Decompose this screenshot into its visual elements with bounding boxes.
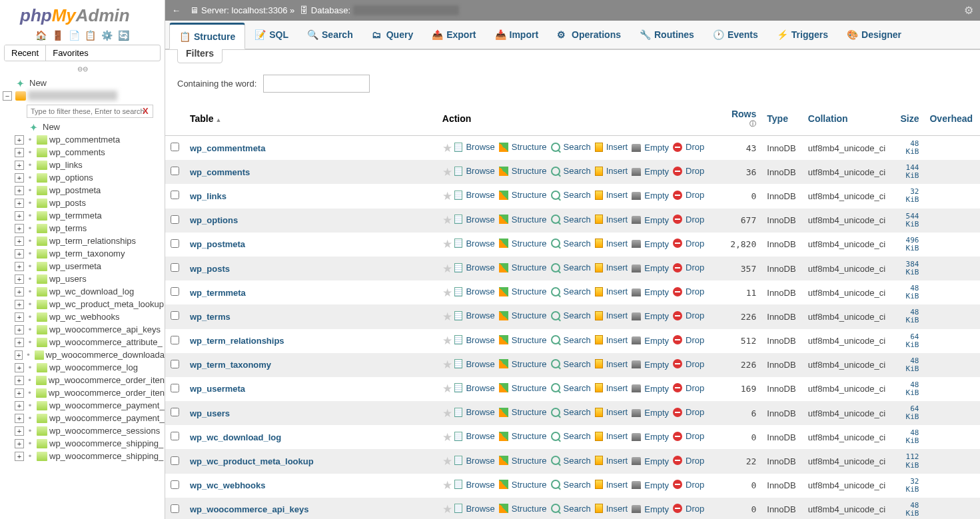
- tree-table-item[interactable]: +•wp_woocommerce_log: [3, 361, 165, 374]
- action-insert[interactable]: Insert: [595, 383, 628, 393]
- action-empty[interactable]: Empty: [632, 384, 669, 394]
- tree-table-item[interactable]: +•wp_woocommerce_order_iten: [3, 386, 165, 399]
- tab-routines[interactable]: 🔧Routines: [630, 21, 704, 49]
- reload-icon[interactable]: 🔄: [118, 30, 129, 41]
- table-name-link[interactable]: wp_wc_download_log: [190, 432, 281, 442]
- action-structure[interactable]: Structure: [499, 407, 547, 417]
- home-icon[interactable]: 🏠: [35, 30, 47, 41]
- tree-toggle[interactable]: +: [15, 350, 23, 360]
- table-name-link[interactable]: wp_posts: [190, 264, 230, 274]
- action-browse[interactable]: Browse: [454, 456, 494, 466]
- tree-table-item[interactable]: +•wp_woocommerce_payment_: [3, 412, 165, 424]
- tree-toggle[interactable]: +: [15, 237, 24, 246]
- row-checkbox[interactable]: [171, 432, 179, 440]
- breadcrumb-server-value[interactable]: localhost:3306: [232, 5, 288, 15]
- action-drop[interactable]: Drop: [673, 383, 704, 393]
- tree-table-item[interactable]: +•wp_term_taxonomy: [3, 247, 165, 260]
- action-search[interactable]: Search: [551, 262, 591, 272]
- action-drop[interactable]: Drop: [673, 431, 704, 441]
- action-search[interactable]: Search: [551, 215, 591, 225]
- action-empty[interactable]: Empty: [632, 360, 669, 370]
- tree-toggle[interactable]: +: [15, 274, 24, 284]
- favorite-star-icon[interactable]: ★: [442, 382, 452, 395]
- tree-table-item[interactable]: +•wp_commentmeta: [3, 133, 165, 146]
- action-insert[interactable]: Insert: [595, 286, 628, 296]
- action-insert[interactable]: Insert: [595, 239, 628, 249]
- settings-gear-icon[interactable]: ⚙: [964, 4, 973, 17]
- row-checkbox[interactable]: [171, 311, 179, 320]
- filter-containing-input[interactable]: [263, 75, 370, 93]
- action-structure[interactable]: Structure: [499, 286, 547, 296]
- favorite-star-icon[interactable]: ★: [442, 166, 452, 179]
- action-structure[interactable]: Structure: [499, 215, 547, 225]
- tree-toggle[interactable]: +: [15, 173, 24, 183]
- action-structure[interactable]: Structure: [499, 431, 547, 441]
- action-empty[interactable]: Empty: [632, 287, 669, 297]
- clear-filter-icon[interactable]: X: [143, 106, 149, 116]
- action-search[interactable]: Search: [551, 142, 591, 152]
- tab-search[interactable]: 🔍Search: [298, 21, 362, 49]
- row-checkbox[interactable]: [171, 408, 179, 416]
- action-drop[interactable]: Drop: [673, 262, 704, 272]
- table-name-link[interactable]: wp_comments: [190, 167, 250, 177]
- action-empty[interactable]: Empty: [632, 432, 669, 442]
- row-checkbox[interactable]: [171, 143, 179, 151]
- tree-table-item[interactable]: +•wp_woocommerce_order_iten: [3, 374, 165, 386]
- action-structure[interactable]: Structure: [499, 142, 547, 152]
- row-checkbox[interactable]: [171, 456, 179, 465]
- tree-new-db[interactable]: ✦ New: [3, 77, 165, 89]
- action-browse[interactable]: Browse: [454, 407, 494, 417]
- action-structure[interactable]: Structure: [499, 383, 547, 393]
- favorite-star-icon[interactable]: ★: [442, 286, 452, 299]
- tree-toggle[interactable]: +: [15, 300, 24, 309]
- action-empty[interactable]: Empty: [632, 239, 669, 249]
- favorite-star-icon[interactable]: ★: [442, 310, 452, 323]
- action-browse[interactable]: Browse: [454, 504, 494, 514]
- action-insert[interactable]: Insert: [595, 215, 628, 225]
- tree-table-item[interactable]: +•wp_terms: [3, 222, 165, 235]
- action-browse[interactable]: Browse: [454, 190, 494, 200]
- action-browse[interactable]: Browse: [454, 166, 494, 176]
- action-search[interactable]: Search: [551, 190, 591, 200]
- action-structure[interactable]: Structure: [499, 190, 547, 200]
- tree-toggle[interactable]: +: [15, 376, 24, 385]
- tree-toggle[interactable]: +: [15, 148, 24, 157]
- table-name-link[interactable]: wp_postmeta: [190, 239, 245, 249]
- row-checkbox[interactable]: [171, 504, 179, 513]
- action-insert[interactable]: Insert: [595, 190, 628, 200]
- action-drop[interactable]: Drop: [673, 480, 704, 490]
- row-checkbox[interactable]: [171, 480, 179, 489]
- action-browse[interactable]: Browse: [454, 239, 494, 249]
- col-rows[interactable]: Rowsⓘ: [724, 102, 761, 136]
- action-empty[interactable]: Empty: [632, 263, 669, 273]
- tree-table-item[interactable]: +•wp_woocommerce_api_keys: [3, 323, 165, 336]
- action-drop[interactable]: Drop: [673, 504, 704, 514]
- tab-operations[interactable]: ⚙Operations: [548, 21, 630, 49]
- tree-toggle[interactable]: +: [15, 224, 24, 233]
- action-structure[interactable]: Structure: [499, 166, 547, 176]
- tree-toggle[interactable]: +: [15, 199, 24, 208]
- tab-sql[interactable]: 📝SQL: [245, 21, 298, 49]
- tree-toggle[interactable]: +: [15, 325, 24, 334]
- action-search[interactable]: Search: [551, 239, 591, 249]
- action-insert[interactable]: Insert: [595, 456, 628, 466]
- action-structure[interactable]: Structure: [499, 239, 547, 249]
- action-search[interactable]: Search: [551, 504, 591, 514]
- table-name-link[interactable]: wp_wc_webhooks: [190, 480, 265, 490]
- tree-toggle[interactable]: +: [15, 401, 24, 410]
- action-empty[interactable]: Empty: [632, 480, 669, 490]
- tree-table-item[interactable]: +•wp_comments: [3, 146, 165, 159]
- action-search[interactable]: Search: [551, 456, 591, 466]
- action-drop[interactable]: Drop: [673, 286, 704, 296]
- action-empty[interactable]: Empty: [632, 143, 669, 153]
- table-name-link[interactable]: wp_term_taxonomy: [190, 360, 271, 370]
- action-empty[interactable]: Empty: [632, 504, 669, 514]
- action-search[interactable]: Search: [551, 480, 591, 490]
- action-structure[interactable]: Structure: [499, 310, 547, 320]
- action-structure[interactable]: Structure: [499, 262, 547, 272]
- tree-toggle[interactable]: +: [15, 135, 24, 145]
- table-name-link[interactable]: wp_wc_product_meta_lookup: [190, 456, 314, 466]
- action-browse[interactable]: Browse: [454, 383, 494, 393]
- col-type[interactable]: Type: [761, 102, 803, 136]
- favorite-star-icon[interactable]: ★: [442, 238, 452, 251]
